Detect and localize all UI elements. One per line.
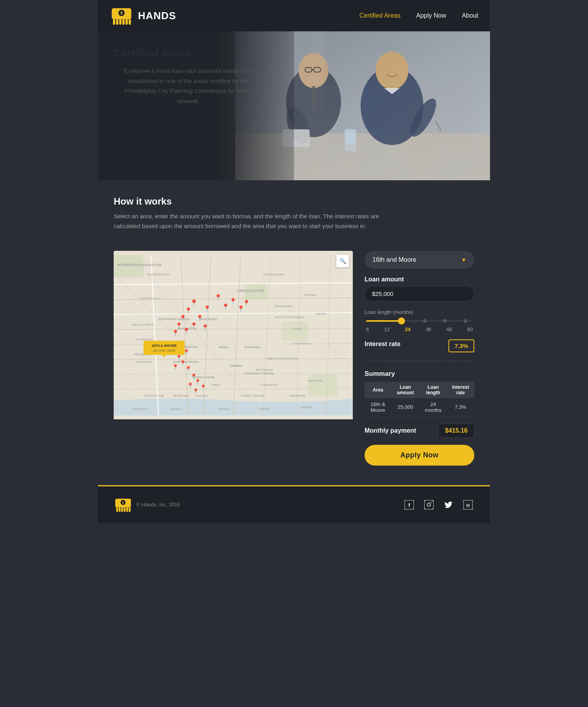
svg-text:FRANKFORD: FRANKFORD [274, 304, 293, 308]
svg-rect-121 [116, 507, 118, 511]
svg-text:Cinnaminson: Cinnaminson [293, 341, 310, 345]
slider-thumb[interactable] [398, 317, 405, 324]
svg-text:BALA CYNWYD: BALA CYNWYD [132, 323, 154, 326]
svg-rect-6 [122, 19, 125, 25]
slider-label-6: 6 [366, 326, 369, 332]
svg-text:Merchantville: Merchantville [256, 368, 273, 371]
apply-now-button[interactable]: Apply Now [365, 445, 474, 466]
slider-track [366, 320, 473, 322]
svg-text:NORTH FALLS: NORTH FALLS [140, 297, 160, 300]
svg-text:📍: 📍 [222, 303, 230, 310]
slider-label-12: 12 [384, 326, 390, 332]
footer-social-links: f in [403, 499, 474, 511]
svg-text:ROXBOROUGH-MANAYUNK: ROXBOROUGH-MANAYUNK [118, 263, 162, 266]
linkedin-icon[interactable]: in [462, 499, 474, 511]
summary-loan-length: 24 months [419, 398, 447, 417]
svg-text:📍: 📍 [203, 305, 211, 312]
svg-text:Bellmawr: Bellmawr [218, 407, 229, 410]
svg-text:📍: 📍 [172, 329, 180, 337]
svg-point-19 [376, 52, 408, 89]
svg-rect-124 [124, 507, 126, 511]
svg-text:MARLTON: MARLTON [308, 379, 323, 383]
map-container: ROXBOROUGH-MANAYUNK GERMANTOWN NORTH FAL… [114, 251, 353, 466]
svg-text:in: in [466, 503, 470, 508]
svg-text:📍: 📍 [179, 314, 187, 321]
svg-text:OVERBROOK: OVERBROOK [136, 338, 153, 341]
area-dropdown[interactable]: 16th and Moore ▼ [365, 251, 474, 269]
svg-rect-125 [126, 507, 128, 511]
slider-labels: 6 12 24 36 48 60 [366, 326, 473, 332]
nav-logo: $ HANDS [110, 5, 359, 27]
svg-text:Delran: Delran [293, 326, 302, 330]
svg-rect-7 [125, 19, 128, 25]
nav-link-apply-now[interactable]: Apply Now [416, 12, 446, 19]
summary-interest-rate: 7.3% [447, 398, 474, 417]
svg-rect-45 [282, 322, 308, 341]
svg-text:$: $ [120, 11, 123, 15]
summary-table-header-row: Area Loan amount Loan length Interest ra… [365, 382, 474, 398]
svg-text:📍: 📍 [190, 321, 198, 329]
svg-text:Palmyra: Palmyra [316, 312, 327, 315]
loan-amount-field: Loan amount [365, 276, 474, 301]
interest-rate-row: Interest rate 7.3% [365, 339, 474, 352]
nav-link-about[interactable]: About [462, 12, 478, 19]
summary-col-loan-length: Loan length [419, 382, 447, 398]
interest-rate-badge: 7.3% [448, 339, 474, 352]
loan-amount-label: Loan amount [365, 276, 474, 283]
svg-text:Collingswood: Collingswood [260, 383, 277, 386]
svg-text:PORT RICHMOND: PORT RICHMOND [174, 360, 199, 364]
svg-text:Gloucester City: Gloucester City [143, 394, 164, 397]
monthly-payment-label: Monthly payment [365, 427, 416, 434]
svg-text:Moorestown: Moorestown [245, 345, 261, 349]
svg-text:📍: 📍 [183, 327, 191, 335]
svg-text:📍: 📍 [185, 306, 192, 314]
loan-length-slider[interactable]: 6 12 24 36 48 60 [365, 320, 474, 332]
hero-title: Certified Areas [114, 47, 263, 60]
footer-copyright: © Hands, Inc. 2016 [136, 502, 180, 508]
how-title: How it works [114, 196, 474, 207]
svg-rect-4 [116, 19, 118, 25]
loan-amount-input[interactable] [365, 286, 474, 301]
hero-section: Certified Areas To receive a micro loan … [98, 31, 490, 180]
svg-rect-23 [346, 130, 355, 144]
svg-text:$: $ [122, 501, 124, 504]
svg-text:📍: 📍 [196, 314, 204, 321]
svg-text:Mt Ephraim: Mt Ephraim [174, 394, 189, 397]
svg-text:📍: 📍 [201, 323, 209, 331]
summary-table: Area Loan amount Loan length Interest ra… [365, 382, 474, 417]
svg-text:Maple Shade Township: Maple Shade Township [267, 356, 298, 360]
svg-point-131 [430, 502, 431, 503]
svg-text:Oaklyn: Oaklyn [211, 383, 220, 386]
hero-description: To receive a micro loan your business ne… [114, 66, 263, 106]
how-it-works-section: How it works Select an area, enter the a… [98, 180, 490, 239]
divider [365, 361, 474, 361]
facebook-icon[interactable]: f [403, 499, 416, 511]
monthly-payment-row: Monthly payment $415.16 [365, 424, 474, 438]
navbar: $ HANDS Certified Areas Apply Now About [98, 0, 490, 31]
svg-text:HOLMESBURG: HOLMESBURG [263, 272, 284, 276]
svg-text:Lawnside: Lawnside [170, 407, 181, 410]
summary-col-area: Area [365, 382, 391, 398]
twitter-icon[interactable] [442, 499, 455, 511]
svg-text:Westville: Westville [260, 407, 270, 410]
svg-text:Haddonfield: Haddonfield [289, 394, 305, 397]
footer-logo: $ © Hands, Inc. 2016 [114, 496, 403, 513]
slider-label-48: 48 [446, 326, 452, 332]
footer: $ © Hands, Inc. 2016 f [98, 485, 490, 523]
area-dropdown-label: 16th and Moore [372, 256, 416, 263]
svg-text:MILBOURNE: MILBOURNE [136, 361, 152, 363]
map-search-button[interactable]: 🔍 [336, 255, 349, 267]
svg-text:📍: 📍 [185, 365, 192, 372]
svg-text:16TH & MOORE: 16TH & MOORE [152, 344, 177, 348]
svg-rect-126 [129, 507, 131, 511]
svg-rect-129 [424, 500, 434, 509]
svg-text:GERMANTOWN: GERMANTOWN [147, 272, 170, 276]
svg-text:Riverside: Riverside [304, 293, 317, 296]
slider-dot-60 [463, 319, 467, 323]
nav-link-certified-areas[interactable]: Certified Areas [359, 12, 401, 19]
instagram-icon[interactable] [423, 499, 435, 511]
summary-title: Summary [365, 370, 474, 378]
svg-text:Audubon: Audubon [196, 394, 208, 397]
slider-label-60: 60 [467, 326, 473, 332]
svg-text:CIRCLE/CASTOR: CIRCLE/CASTOR [237, 289, 264, 293]
